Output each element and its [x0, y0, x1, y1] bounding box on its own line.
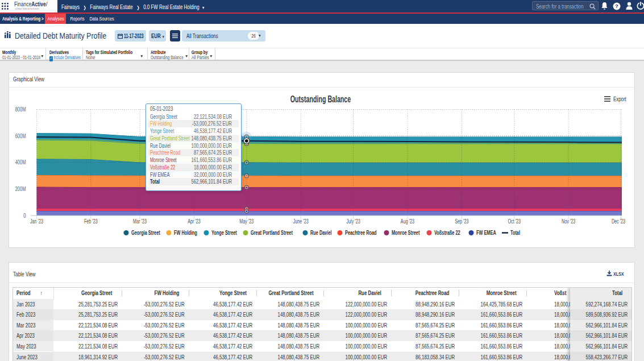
svg-text:July '23: July '23 [346, 218, 360, 225]
svg-text:Sep '23: Sep '23 [455, 218, 469, 225]
svg-text:0: 0 [23, 213, 26, 219]
svg-text:Yonge Street: Yonge Street [211, 229, 237, 236]
svg-text:Oct '23: Oct '23 [508, 218, 521, 225]
svg-text:Apr '23: Apr '23 [188, 218, 201, 225]
svg-text:Mar '23: Mar '23 [133, 218, 147, 225]
svg-text:400M: 400M [15, 159, 26, 165]
svg-text:FW Holding: FW Holding [174, 229, 197, 236]
svg-text:May '23: May '23 [239, 218, 254, 225]
svg-text:Aug '23: Aug '23 [401, 218, 415, 225]
svg-text:Jan '23: Jan '23 [30, 218, 43, 225]
svg-text:Great Portland Street: Great Portland Street [251, 229, 293, 236]
svg-text:Voßstraße 22: Voßstraße 22 [434, 229, 460, 236]
svg-text:Feb '23: Feb '23 [84, 218, 98, 225]
svg-text:Nov '23: Nov '23 [562, 218, 576, 225]
svg-text:Rue Daviel: Rue Daviel [310, 229, 332, 236]
svg-text:Outstanding Balance: Outstanding Balance [290, 94, 351, 104]
svg-text:Dec '23: Dec '23 [612, 218, 626, 225]
svg-text:Total: Total [510, 229, 520, 236]
svg-text:200M: 200M [15, 186, 26, 192]
svg-text:FW EMEA: FW EMEA [476, 229, 496, 236]
svg-text:?: ? [615, 3, 618, 9]
svg-text:Peachtree Road: Peachtree Road [345, 229, 377, 236]
svg-text:800M: 800M [15, 106, 26, 113]
svg-text:June '23: June '23 [293, 218, 309, 225]
svg-text:Export: Export [613, 96, 626, 102]
svg-text:Georgia Street: Georgia Street [131, 229, 160, 236]
svg-text:Monroe Street: Monroe Street [392, 229, 420, 236]
svg-text:600M: 600M [15, 133, 26, 139]
